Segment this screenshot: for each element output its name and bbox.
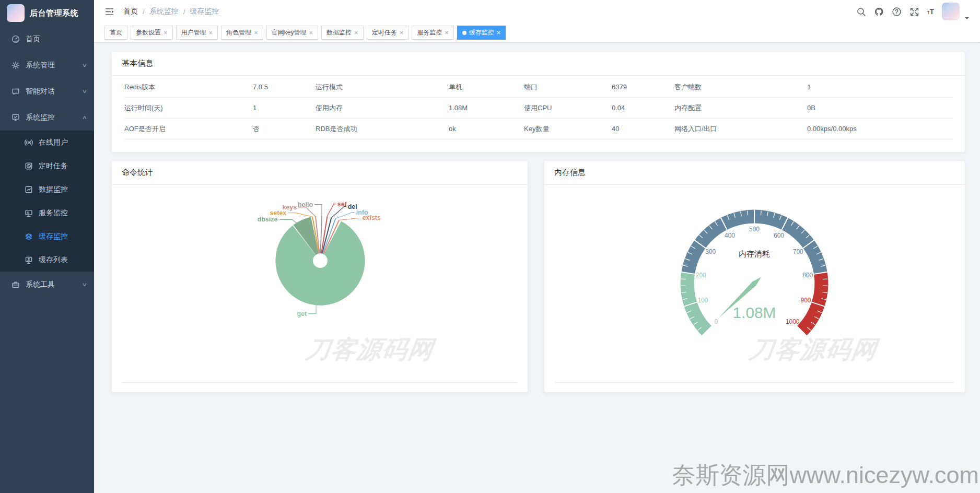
info-value: 单机 (449, 83, 524, 92)
card-watermark: 刀客源码网 (747, 333, 880, 366)
monitor-icon (11, 113, 20, 122)
sidebar-subitem-缓存列表[interactable]: 缓存列表 (0, 248, 94, 272)
info-label: Redis版本 (124, 83, 253, 92)
logo-avatar (7, 4, 25, 22)
info-value: 1 (253, 104, 316, 112)
card-watermark: 刀客源码网 (304, 333, 436, 366)
app-title: 后台管理系统 (30, 8, 78, 18)
info-label: 使用CPU (524, 103, 612, 113)
info-label: 运行时间(天) (124, 103, 253, 113)
tab-服务监控[interactable]: 服务监控× (412, 26, 454, 40)
close-tab-icon[interactable]: × (209, 29, 213, 36)
sidebar-item-label: 缓存列表 (39, 255, 87, 265)
tab-参数设置[interactable]: 参数设置× (131, 26, 173, 40)
close-tab-icon[interactable]: × (400, 29, 404, 36)
card-divider (122, 382, 517, 383)
close-tab-icon[interactable]: × (254, 29, 258, 36)
tab-定时任务[interactable]: 定时任务× (367, 26, 409, 40)
breadcrumb: 首页 / 系统监控 / 缓存监控 (123, 7, 219, 16)
sidebar-submenu: 在线用户定时任务数据监控服务监控缓存监控缓存列表 (0, 131, 94, 272)
tab-角色管理[interactable]: 角色管理× (221, 26, 263, 40)
sidebar-item-系统工具[interactable]: 系统工具∨ (0, 272, 94, 298)
sidebar-subitem-数据监控[interactable]: 数据监控 (0, 178, 94, 201)
sidebar-item-智能对话[interactable]: 智能对话∨ (0, 78, 94, 104)
sidebar-subitem-在线用户[interactable]: 在线用户 (0, 131, 94, 154)
github-icon[interactable] (874, 7, 884, 17)
user-avatar[interactable] (942, 3, 960, 20)
sidebar-subitem-定时任务[interactable]: 定时任务 (0, 154, 94, 178)
tab-label: 官网key管理 (272, 28, 307, 37)
info-value: 否 (253, 124, 316, 134)
svg-text:600: 600 (774, 232, 784, 239)
memory-info-card: 内存信息 刀客源码网 01002003004005006007008009001… (544, 160, 965, 393)
chevron-down-icon: ∨ (82, 62, 88, 68)
svg-text:1.08M: 1.08M (733, 304, 776, 321)
sidebar-item-label: 系统工具 (26, 280, 77, 289)
svg-text:300: 300 (705, 248, 716, 255)
close-tab-icon[interactable]: × (497, 29, 501, 36)
close-tab-icon[interactable]: × (164, 29, 168, 36)
tab-label: 角色管理 (226, 28, 251, 37)
sidebar-subitem-缓存监控[interactable]: 缓存监控 (0, 225, 94, 248)
topbar-actions: тT (856, 3, 970, 20)
info-label: 使用内存 (316, 103, 449, 113)
sidebar-item-系统监控[interactable]: 系统监控∧ (0, 104, 94, 131)
sidebar-item-首页[interactable]: 首页 (0, 26, 94, 52)
sidebar-fold-icon[interactable] (104, 7, 114, 17)
sidebar-item-label: 系统管理 (26, 61, 77, 70)
caret-down-icon[interactable] (964, 14, 970, 19)
close-tab-icon[interactable]: × (445, 29, 449, 36)
svg-text:dbsize: dbsize (258, 216, 278, 223)
svg-text:info: info (356, 209, 368, 216)
svg-text:get: get (297, 310, 307, 318)
search-icon[interactable] (856, 7, 866, 17)
info-value: 40 (612, 125, 674, 133)
card-divider (555, 382, 954, 383)
tab-label: 参数设置 (136, 28, 161, 37)
fullscreen-icon[interactable] (909, 7, 919, 17)
sidebar-item-label: 在线用户 (39, 138, 87, 147)
tab-label: 服务监控 (417, 28, 442, 37)
svg-text:500: 500 (749, 226, 760, 233)
svg-text:200: 200 (696, 272, 706, 279)
close-tab-icon[interactable]: × (309, 29, 313, 36)
sidebar-item-label: 缓存监控 (39, 232, 87, 241)
tab-label: 缓存监控 (469, 28, 494, 37)
info-value: 0.04 (612, 104, 674, 112)
sidebar-item-label: 系统监控 (26, 113, 77, 122)
sidebar-menu: 首页系统管理∨智能对话∨系统监控∧在线用户定时任务数据监控服务监控缓存监控缓存列… (0, 26, 94, 298)
chevron-down-icon: ∨ (82, 281, 88, 287)
info-value: 1.08M (449, 104, 524, 112)
info-label: 端口 (524, 83, 612, 92)
svg-text:0: 0 (714, 318, 718, 325)
tab-官网key管理[interactable]: 官网key管理× (266, 26, 318, 40)
basic-info-card: 基本信息 Redis版本7.0.5运行模式单机端口6379客户端数1运行时间(天… (111, 51, 965, 152)
sidebar-subitem-服务监控[interactable]: 服务监控 (0, 201, 94, 225)
timer-icon (25, 162, 33, 170)
active-tab-dot (462, 31, 466, 35)
chevron-up-icon: ∧ (82, 114, 88, 120)
font-size-icon[interactable]: тT (927, 8, 934, 15)
svg-text:setex: setex (270, 209, 286, 217)
info-label: 网络入口/出口 (674, 124, 807, 134)
tab-数据监控[interactable]: 数据监控× (321, 26, 364, 40)
tab-用户管理[interactable]: 用户管理× (176, 26, 218, 40)
breadcrumb-parent[interactable]: 系统监控 (149, 7, 179, 16)
app-logo[interactable]: 后台管理系统 (0, 0, 94, 26)
tags-view-bar: 首页参数设置×用户管理×角色管理×官网key管理×数据监控×定时任务×服务监控×… (94, 23, 980, 43)
tab-首页[interactable]: 首页 (104, 26, 127, 40)
info-label: 内存配置 (674, 103, 807, 113)
memory-info-title: 内存信息 (544, 161, 965, 185)
gear-icon (11, 61, 20, 69)
close-tab-icon[interactable]: × (354, 29, 358, 36)
tab-缓存监控[interactable]: 缓存监控× (457, 26, 506, 40)
sidebar-item-label: 定时任务 (39, 161, 87, 171)
basic-info-table: Redis版本7.0.5运行模式单机端口6379客户端数1运行时间(天)1使用内… (112, 76, 965, 152)
sidebar-item-系统管理[interactable]: 系统管理∨ (0, 52, 94, 78)
chevron-down-icon: ∨ (82, 88, 88, 94)
page-watermark: 奈斯资源网www.nicezyw.com (672, 460, 979, 491)
svg-text:hello: hello (298, 201, 313, 208)
breadcrumb-home[interactable]: 首页 (123, 7, 138, 16)
help-icon[interactable] (892, 7, 902, 17)
info-value: 1 (807, 83, 952, 91)
